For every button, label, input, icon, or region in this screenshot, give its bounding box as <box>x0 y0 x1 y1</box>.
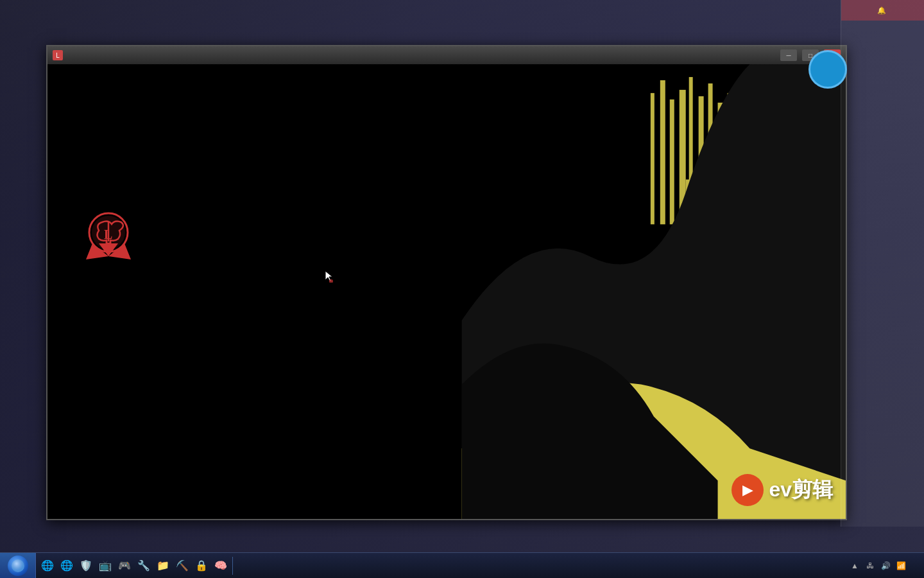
taskbar-quick-ie-tl[interactable]: 🌐 <box>58 557 76 575</box>
taskbar-quick-wegame-tl[interactable]: 🎮 <box>116 557 133 575</box>
svg-text:L: L <box>104 227 112 241</box>
notification-icon: 🔔 <box>877 6 886 15</box>
taskbar-quick-chrome-tl[interactable]: 🌐 <box>38 557 56 575</box>
right-panel-content <box>841 21 924 527</box>
game-icon: L <box>53 50 63 60</box>
right-panel-header: 🔔 <box>841 0 924 21</box>
tray-signal[interactable]: 📶 <box>896 561 906 571</box>
taskbar-quick-mc-tl[interactable]: ⛏️ <box>173 557 191 575</box>
tray-network[interactable]: 🖧 <box>865 561 875 571</box>
game-content: L ▶ ev剪辑 <box>47 64 846 519</box>
ev-text: ev剪辑 <box>769 476 833 504</box>
taskbar-quick-vpn-tl[interactable]: 🔒 <box>193 557 210 575</box>
tray-volume[interactable]: 🔊 <box>880 561 891 571</box>
taskbar-quick-folder-tl[interactable]: 📁 <box>154 557 172 575</box>
taskbar-quick-gf-tl[interactable]: 🔧 <box>135 557 153 575</box>
game-logo-icon: L <box>80 208 137 266</box>
right-panel: 🔔 <box>841 0 924 527</box>
logo-area: L <box>80 208 144 266</box>
svg-rect-15 <box>670 100 674 224</box>
start-button[interactable] <box>0 553 36 579</box>
taskbar: 🌐🌐🛡️📺🎮🔧📁⛏️🔒🧠 ▲ 🖧 🔊 📶 <box>0 552 924 578</box>
menu-area <box>47 269 407 519</box>
taskbar-quick-lob-tl[interactable]: 🧠 <box>212 557 230 575</box>
minimize-button[interactable]: ─ <box>780 49 797 61</box>
game-titlebar: L ─ □ ✕ <box>47 46 846 64</box>
svg-rect-16 <box>660 80 665 224</box>
taskbar-right: ▲ 🖧 🔊 📶 <box>844 553 924 579</box>
taskbar-quick-iqiyi-tl[interactable]: 📺 <box>96 557 114 575</box>
start-orb <box>8 556 28 576</box>
quick-launch: 🌐🌐🛡️📺🎮🔧📁⛏️🔒🧠 <box>36 557 233 575</box>
ev-logo: ▶ ev剪辑 <box>732 474 833 506</box>
game-window: L ─ □ ✕ <box>46 45 847 520</box>
city-silhouette <box>461 64 846 519</box>
start-orb-inner <box>12 559 24 572</box>
taskbar-apps <box>235 553 844 579</box>
desktop: L ─ □ ✕ <box>0 0 924 578</box>
taskbar-quick-qihoo-tl[interactable]: 🛡️ <box>77 557 95 575</box>
ev-play-icon: ▶ <box>732 474 764 506</box>
tray-arrow[interactable]: ▲ <box>850 561 860 571</box>
timer-display <box>809 50 847 89</box>
svg-rect-17 <box>651 93 654 224</box>
